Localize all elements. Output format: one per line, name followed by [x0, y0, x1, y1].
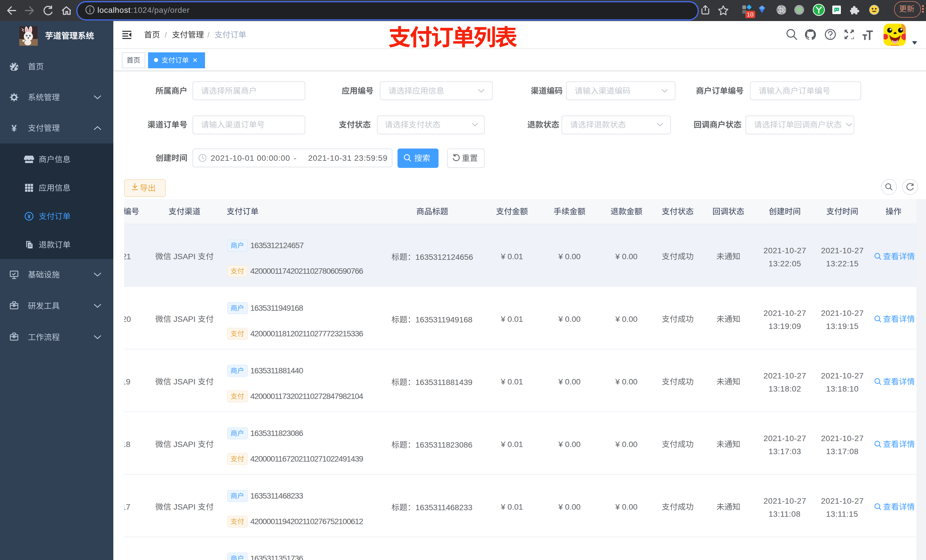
- svg-text:¥ 0.01: ¥ 0.01: [501, 503, 523, 511]
- svg-text:2021-10-27: 2021-10-27: [763, 309, 806, 318]
- svg-text:4200001174202110278060590766: 4200001174202110278060590766: [250, 267, 363, 275]
- svg-text:JSAPI: JSAPI: [173, 503, 196, 511]
- svg-text:13:17:08: 13:17:08: [826, 447, 859, 456]
- svg-text:/: /: [207, 30, 210, 39]
- svg-text:¥: ¥: [27, 213, 31, 220]
- svg-text:¥ 0.00: ¥ 0.00: [558, 440, 581, 449]
- svg-text:13:19:15: 13:19:15: [826, 322, 859, 331]
- svg-text:¥ 0.01: ¥ 0.01: [501, 440, 523, 449]
- svg-text:1635311468233: 1635311468233: [250, 491, 303, 500]
- svg-text:¥ 0.00: ¥ 0.00: [615, 315, 637, 323]
- svg-text:¥ 0.00: ¥ 0.00: [558, 377, 581, 386]
- svg-text:13:22:15: 13:22:15: [826, 259, 859, 268]
- svg-text:4200001194202110276752100612: 4200001194202110276752100612: [250, 517, 363, 526]
- svg-text:¥ 0.00: ¥ 0.00: [615, 377, 637, 386]
- svg-text:13:22:05: 13:22:05: [769, 259, 801, 268]
- svg-text:13:18:02: 13:18:02: [769, 385, 801, 393]
- svg-text:4200001181202110277723215336: 4200001181202110277723215336: [250, 329, 363, 338]
- svg-text:13:11:08: 13:11:08: [769, 510, 801, 518]
- svg-text:2021-10-27: 2021-10-27: [821, 434, 864, 443]
- svg-text:¥ 0.00: ¥ 0.00: [558, 503, 581, 511]
- svg-text:¥ 0.00: ¥ 0.00: [615, 440, 637, 449]
- svg-text:¥ 0.01: ¥ 0.01: [501, 252, 523, 261]
- svg-text:4200001167202110271022491439: 4200001167202110271022491439: [250, 454, 363, 463]
- svg-text:2021-10-27: 2021-10-27: [763, 497, 806, 506]
- svg-text:1635311949168: 1635311949168: [250, 303, 303, 312]
- svg-text:JSAPI: JSAPI: [173, 252, 196, 261]
- svg-text:4200001173202110272847982104: 4200001173202110272847982104: [250, 392, 363, 401]
- svg-text:localhost: localhost: [97, 6, 131, 15]
- svg-text:13:18:10: 13:18:10: [826, 385, 859, 393]
- svg-text:2021-10-27: 2021-10-27: [821, 497, 864, 506]
- svg-text:¥ 0.00: ¥ 0.00: [558, 315, 581, 323]
- svg-text:¥ 0.00: ¥ 0.00: [615, 503, 637, 511]
- svg-text:1635311949168: 1635311949168: [415, 315, 472, 324]
- svg-text:1635312124657: 1635312124657: [250, 241, 304, 250]
- svg-text:¥ 0.01: ¥ 0.01: [501, 315, 523, 323]
- svg-text:1635311823086: 1635311823086: [250, 429, 303, 438]
- svg-text:2021-10-27: 2021-10-27: [821, 246, 864, 255]
- svg-text:1635311881439: 1635311881439: [415, 378, 472, 387]
- svg-text:13:11:15: 13:11:15: [826, 510, 858, 518]
- svg-text:2021-10-01 00:00:00: 2021-10-01 00:00:00: [211, 154, 290, 163]
- svg-text:2021-10-27: 2021-10-27: [763, 371, 806, 380]
- svg-text:13:19:09: 13:19:09: [769, 322, 801, 331]
- svg-text:10: 10: [747, 11, 754, 18]
- svg-text:2021-10-27: 2021-10-27: [763, 434, 806, 443]
- svg-text::1024/pay/order: :1024/pay/order: [131, 6, 190, 15]
- svg-text:/: /: [165, 30, 167, 39]
- svg-text:1635312124656: 1635312124656: [415, 253, 473, 261]
- svg-text:2021-10-27: 2021-10-27: [821, 371, 864, 380]
- svg-text:13:17:03: 13:17:03: [769, 447, 801, 456]
- svg-text:2021-10-31 23:59:59: 2021-10-31 23:59:59: [308, 154, 387, 163]
- svg-text:-: -: [294, 154, 296, 163]
- svg-text:1635311881440: 1635311881440: [250, 366, 303, 375]
- svg-text:¥ 0.01: ¥ 0.01: [501, 377, 523, 386]
- svg-text:JSAPI: JSAPI: [173, 315, 196, 323]
- svg-text:1635311823086: 1635311823086: [415, 441, 472, 449]
- svg-text:1635311351736: 1635311351736: [250, 554, 303, 560]
- svg-text:1635311468233: 1635311468233: [415, 503, 472, 512]
- svg-text:2021-10-27: 2021-10-27: [763, 246, 806, 255]
- svg-text:¥: ¥: [11, 123, 17, 133]
- svg-text:2021-10-27: 2021-10-27: [821, 309, 864, 318]
- svg-text:JSAPI: JSAPI: [173, 377, 196, 386]
- svg-text:¥ 0.00: ¥ 0.00: [558, 252, 581, 261]
- svg-text:¥ 0.00: ¥ 0.00: [615, 252, 637, 261]
- svg-text:JSAPI: JSAPI: [173, 440, 196, 449]
